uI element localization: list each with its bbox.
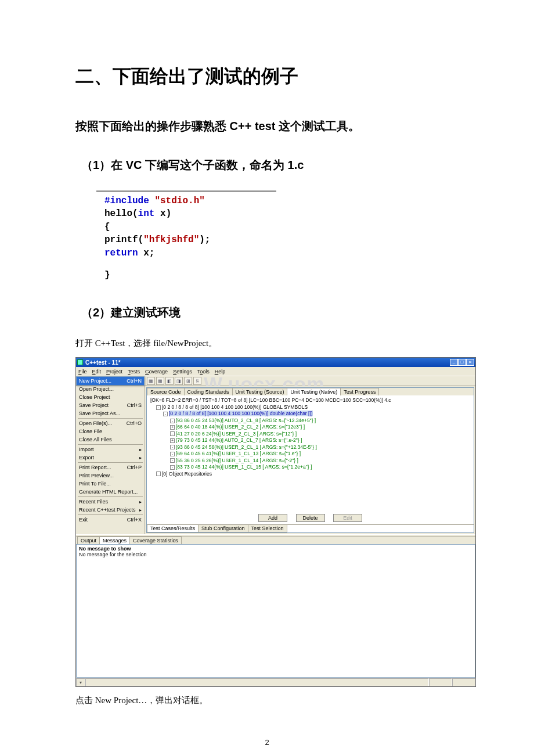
menu-item[interactable]: Coverage bbox=[145, 369, 168, 375]
edit-button[interactable]: Edit bbox=[333, 514, 362, 522]
menu-item[interactable]: Project bbox=[106, 369, 122, 375]
file-menu-dropdown[interactable]: New Project...Ctrl+NOpen Project...Close… bbox=[76, 376, 145, 386]
menu-item[interactable]: Help bbox=[215, 369, 226, 375]
menu-dropdown-item[interactable]: New Project...Ctrl+N bbox=[77, 377, 144, 385]
menu-dropdown-item[interactable]: Import bbox=[77, 445, 144, 453]
menu-dropdown-item[interactable]: Save Project As... bbox=[77, 409, 144, 417]
tab[interactable]: Test Cases/Results bbox=[147, 525, 199, 532]
menu-dropdown-item[interactable]: ExitCtrl+X bbox=[77, 516, 144, 524]
tree-node[interactable]: -[55 36 0 25 6 26(%)] USER_1_CL_14 [ ARG… bbox=[150, 458, 470, 464]
menu-dropdown-item[interactable]: Generate HTML Report... bbox=[77, 488, 144, 496]
menu-dropdown-item[interactable]: Export bbox=[77, 453, 144, 462]
menu-dropdown-item[interactable]: Print To File... bbox=[77, 480, 144, 488]
messages-pane: No message to show No message for the se… bbox=[76, 544, 475, 678]
tabs-top: Source CodeCoding StandardsUnit Testing … bbox=[147, 388, 474, 395]
close-button[interactable]: × bbox=[466, 359, 474, 366]
menu-dropdown-item[interactable]: Open File(s)...Ctrl+O bbox=[77, 419, 144, 427]
tree-node[interactable]: -[93 86 0 45 24 56(%)] USER_2_CL_1 [ ARG… bbox=[150, 444, 470, 451]
toolbar-icon[interactable]: ▦ bbox=[156, 377, 164, 385]
toolbar-icon[interactable]: ⎘ bbox=[193, 377, 201, 385]
tree-node[interactable]: -[0 2 0 / 8 / 8 of 8] [100 100 4 100 100… bbox=[150, 411, 470, 417]
menu-item[interactable]: Tests bbox=[128, 369, 140, 375]
menu-dropdown-item[interactable]: Close All Files bbox=[77, 435, 144, 444]
menu-dropdown-item[interactable]: Print Preview... bbox=[77, 471, 144, 480]
tree-node[interactable]: -[0 2 0 / 8 / 8 of 8] [100 100 4 100 100… bbox=[150, 404, 470, 411]
menu-dropdown-item[interactable]: Close Project bbox=[77, 393, 144, 401]
tree-node[interactable]: -[93 86 0 45 24 53(%)] AUTO_2_CL_8 [ ARG… bbox=[150, 417, 470, 424]
heading-1: 二、下面给出了测试的例子 bbox=[75, 64, 459, 89]
window-title: C++test - 11* bbox=[85, 359, 121, 366]
tabs-bottom: Test Cases/ResultsStub ConfigurationTest… bbox=[147, 524, 474, 532]
menu-item[interactable]: Tools bbox=[197, 369, 210, 375]
menu-dropdown-item[interactable]: Recent C++test Projects bbox=[77, 506, 144, 514]
menu-item[interactable]: Settings bbox=[173, 369, 192, 375]
toolbar-icon[interactable]: ◨ bbox=[175, 377, 183, 385]
minimize-button[interactable]: _ bbox=[450, 359, 458, 366]
heading-2: 按照下面给出的操作步骤熟悉 C++ test 这个测试工具。 bbox=[75, 118, 459, 134]
menu-dropdown-item[interactable]: Open Project... bbox=[77, 385, 144, 393]
tab[interactable]: Source Code bbox=[147, 388, 185, 395]
page-number: 2 bbox=[0, 738, 534, 747]
tab[interactable]: Test Progress bbox=[340, 388, 379, 395]
menu-item[interactable]: Edit bbox=[92, 369, 102, 375]
menu-dropdown-item[interactable]: Close File bbox=[77, 427, 144, 435]
tree-node[interactable]: -[41 27 0 20 6 24(%)] USER_2_CL_3 [ ARGS… bbox=[150, 431, 470, 437]
toolbar: ▦ ▦ ◧ ◨ ⊞ ⎘ bbox=[145, 376, 204, 386]
tree-node[interactable]: +[66 64 0 40 18 44(%)] USER_2_CL_2 [ ARG… bbox=[150, 424, 470, 430]
tab[interactable]: Coding Standards bbox=[184, 388, 233, 395]
status-bar: ▾ bbox=[76, 678, 475, 686]
maximize-button[interactable]: □ bbox=[458, 359, 466, 366]
tab[interactable]: Messages bbox=[99, 537, 130, 544]
tab[interactable]: Stub Configuration bbox=[198, 525, 248, 532]
heading-3-step2: （2）建立测试环境 bbox=[81, 305, 459, 321]
app-window: C++test - 11* _ □ × FileEditProjectTests… bbox=[75, 357, 476, 687]
tab[interactable]: Output bbox=[77, 537, 100, 544]
paragraph-click: 点击 New Project…，弹出对话框。 bbox=[75, 695, 459, 706]
delete-button[interactable]: Delete bbox=[296, 514, 325, 522]
message-body: No message for the selection bbox=[79, 552, 472, 557]
menu-dropdown-item[interactable]: Recent Files bbox=[77, 498, 144, 506]
app-icon bbox=[77, 359, 83, 365]
tab[interactable]: Unit Testing (Source) bbox=[232, 388, 288, 395]
tab[interactable]: Coverage Statistics bbox=[129, 537, 182, 544]
tree-view[interactable]: [OK=6 FLD=2 ERR=0 / TST=8 / TOT=8 of 8] … bbox=[147, 395, 474, 512]
menu-bar[interactable]: FileEditProjectTestsCoverageSettingsTool… bbox=[76, 367, 475, 376]
heading-3-step1: （1）在 VC 下编写这个子函数，命名为 1.c bbox=[81, 157, 459, 173]
code-block: #include "stdio.h" hello(int x) { printf… bbox=[96, 190, 276, 282]
tree-node[interactable]: +[79 73 0 45 12 44(%)] AUTO_2_CL_7 [ ARG… bbox=[150, 437, 470, 444]
tree-node[interactable]: -[83 73 0 45 12 44(%)] USER_1_CL_15 [ AR… bbox=[150, 464, 470, 470]
menu-dropdown-item[interactable]: Save ProjectCtrl+S bbox=[77, 401, 144, 409]
tree-node[interactable]: -[69 64 0 45 6 41(%)] USER_1_CL_13 [ ARG… bbox=[150, 451, 470, 457]
tab[interactable]: Unit Testing (Native) bbox=[287, 388, 341, 395]
toolbar-icon[interactable]: ▦ bbox=[147, 377, 155, 385]
status-icon: ▾ bbox=[76, 678, 85, 686]
title-bar: C++test - 11* _ □ × bbox=[76, 358, 475, 367]
tab[interactable]: Test Selection bbox=[248, 525, 287, 532]
add-button[interactable]: Add bbox=[258, 514, 287, 522]
menu-dropdown-item[interactable]: Print Report...Ctrl+P bbox=[77, 463, 144, 471]
toolbar-icon[interactable]: ⊞ bbox=[184, 377, 192, 385]
paragraph-open: 打开 C++Test，选择 file/NewProject。 bbox=[75, 338, 459, 349]
tree-node[interactable]: [OK=6 FLD=2 ERR=0 / TST=8 / TOT=8 of 8] … bbox=[150, 397, 470, 404]
message-header: No message to show bbox=[79, 546, 472, 552]
lower-tabs: OutputMessagesCoverage Statistics bbox=[76, 537, 475, 544]
tree-node[interactable]: [0] Object Repositories bbox=[150, 471, 470, 477]
menu-item[interactable]: File bbox=[78, 369, 87, 375]
toolbar-icon[interactable]: ◧ bbox=[165, 377, 174, 385]
